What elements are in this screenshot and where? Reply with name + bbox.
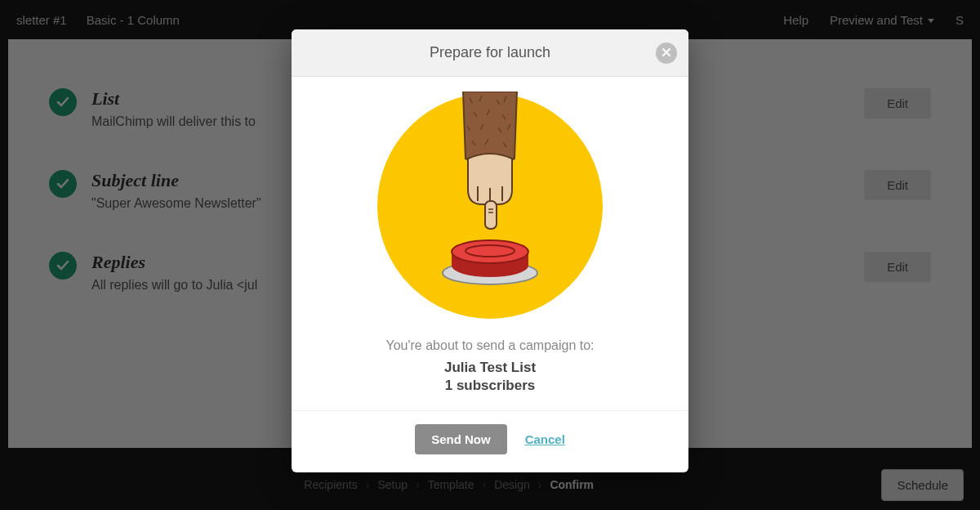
svg-point-4 — [452, 240, 528, 263]
launch-illustration — [376, 92, 604, 320]
cancel-link[interactable]: Cancel — [525, 432, 565, 446]
modal-footer: Send Now Cancel — [292, 410, 688, 472]
modal-title: Prepare for launch — [430, 44, 550, 61]
svg-rect-23 — [485, 201, 497, 229]
modal-list-name: Julia Test List — [316, 360, 664, 376]
launch-modal: Prepare for launch — [292, 29, 688, 472]
send-now-button[interactable]: Send Now — [415, 424, 507, 454]
modal-body: You're about to send a campaign to: Juli… — [292, 77, 688, 410]
close-icon — [662, 46, 671, 60]
modal-subscriber-count: 1 subscribers — [316, 378, 664, 394]
close-button[interactable] — [656, 42, 677, 64]
modal-header: Prepare for launch — [292, 29, 688, 77]
modal-lead: You're about to send a campaign to: — [316, 338, 664, 353]
